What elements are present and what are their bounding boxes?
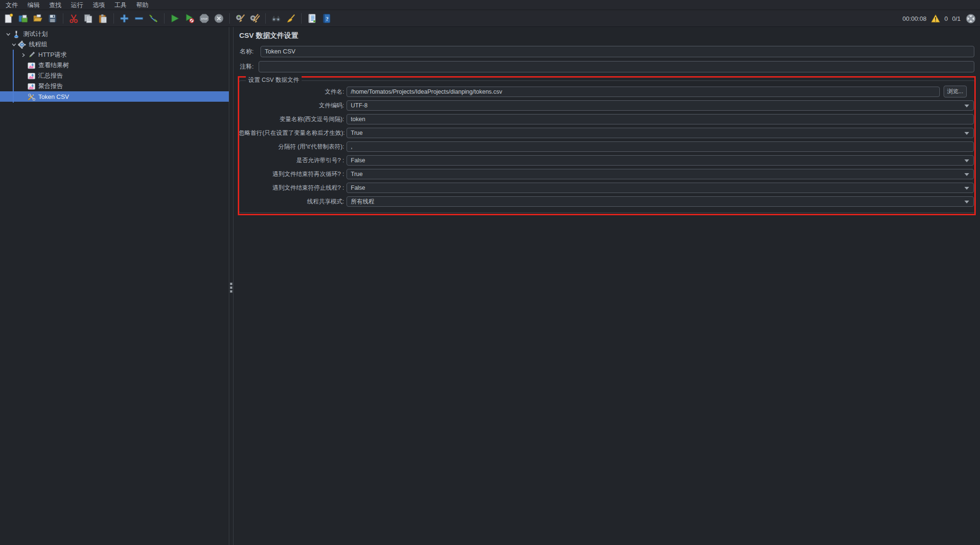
menu-search[interactable]: 查找 <box>44 0 66 10</box>
http-request-icon <box>27 51 35 59</box>
comment-label: 注释: <box>240 61 254 72</box>
chevron-spacer <box>19 82 27 90</box>
listener-icon <box>27 72 35 80</box>
variable-names-input[interactable]: token <box>347 114 974 124</box>
chevron-right-icon[interactable] <box>19 51 27 59</box>
file-encoding-combo[interactable]: UTF-8 <box>347 100 974 111</box>
menu-help[interactable]: 帮助 <box>131 0 153 10</box>
recycle-on-eof-label: 遇到文件结束符再次循环? : <box>239 169 344 179</box>
stop-thread-on-eof-combo[interactable]: False <box>347 183 974 193</box>
stop-icon[interactable]: STOP <box>199 13 210 24</box>
chevron-spacer <box>19 61 27 70</box>
svg-text:?: ? <box>326 16 329 22</box>
toolbar-status: 00:00:08 0 0/1 <box>902 13 976 24</box>
menu-bar: 文件 编辑 查找 运行 选项 工具 帮助 <box>0 0 980 10</box>
collapse-icon[interactable] <box>133 13 145 24</box>
chevron-spacer <box>19 71 27 80</box>
tree-node-test-plan[interactable]: 测试计划 <box>0 29 229 39</box>
menu-run[interactable]: 运行 <box>66 0 88 10</box>
allow-quoted-data-combo[interactable]: False <box>347 155 974 166</box>
name-input[interactable]: Token CSV <box>260 46 974 57</box>
splitter[interactable] <box>229 27 229 545</box>
toggle-icon[interactable] <box>148 13 159 24</box>
chevron-spacer <box>19 92 27 101</box>
test-plan-icon <box>12 30 20 38</box>
csv-config-panel: CSV 数据文件设置 名称: Token CSV 注释: 设置 CSV 数据文件… <box>234 27 980 545</box>
start-no-timers-icon[interactable] <box>184 13 195 24</box>
allow-quoted-data-label: 是否允许带引号? : <box>239 155 344 166</box>
new-file-icon[interactable] <box>3 13 14 24</box>
toolbar-separator <box>63 13 63 24</box>
threads-indicator-icon <box>965 13 976 24</box>
splitter-grip-dot[interactable] <box>230 282 233 285</box>
tree-node-summary-report[interactable]: 汇总报告 <box>0 70 229 81</box>
chevron-down-icon[interactable] <box>4 30 12 38</box>
csv-config-icon <box>27 93 35 101</box>
clear-icon[interactable] <box>234 13 246 24</box>
variable-names-label: 变量名称(西文逗号间隔): <box>239 114 344 124</box>
menu-file[interactable]: 文件 <box>1 0 23 10</box>
help-icon[interactable]: ? <box>321 13 332 24</box>
sharing-mode-combo[interactable]: 所有线程 <box>347 196 974 207</box>
recycle-on-eof-combo[interactable]: True <box>347 169 974 179</box>
stop-thread-on-eof-label: 遇到文件结束符停止线程? : <box>239 183 344 193</box>
clear-all-icon[interactable] <box>249 13 260 24</box>
toolbar: STOP ? 00:00:08 0 <box>0 10 980 27</box>
jmeter-window: 文件 编辑 查找 运行 选项 工具 帮助 <box>0 0 980 545</box>
warning-count: 0 <box>945 15 948 22</box>
splitter-grip-dot[interactable] <box>230 286 233 289</box>
thread-count: 0/1 <box>952 15 961 22</box>
listener-icon <box>27 82 35 90</box>
ignore-first-line-combo[interactable]: True <box>347 128 974 138</box>
tree-node-thread-group[interactable]: 线程组 <box>0 39 229 50</box>
file-encoding-label: 文件编码: <box>239 100 344 111</box>
search-icon[interactable] <box>270 13 282 24</box>
toolbar-separator <box>164 13 165 24</box>
cut-icon[interactable] <box>68 13 79 24</box>
chevron-down-icon[interactable] <box>964 201 969 203</box>
tree-node-view-results-tree[interactable]: 查看结果树 <box>0 60 229 70</box>
chevron-down-icon[interactable] <box>964 159 969 162</box>
splitter-grip-dot[interactable] <box>230 290 233 293</box>
chevron-down-icon[interactable] <box>9 40 18 49</box>
elapsed-timer: 00:00:08 <box>902 15 927 22</box>
comment-input[interactable] <box>259 61 974 72</box>
copy-icon[interactable] <box>83 13 94 24</box>
delimiter-input[interactable]: , <box>347 141 974 152</box>
chevron-down-icon[interactable] <box>964 105 969 107</box>
ignore-first-line-label: 忽略首行(只在设置了变量名称后才生效): <box>239 128 344 138</box>
delimiter-label: 分隔符 (用'\t'代替制表符): <box>239 141 344 152</box>
save-icon[interactable] <box>47 13 58 24</box>
groupbox-legend: 设置 CSV 数据文件 <box>246 76 302 84</box>
start-icon[interactable] <box>169 13 181 24</box>
templates-icon[interactable] <box>17 13 29 24</box>
chevron-down-icon[interactable] <box>964 132 969 135</box>
svg-text:STOP: STOP <box>201 18 208 20</box>
tree-node-aggregate-report[interactable]: 聚合报告 <box>0 81 229 91</box>
paste-icon[interactable] <box>97 13 109 24</box>
filename-input[interactable]: /home/Tomatos/Projects/IdeaProjects/dian… <box>347 87 940 97</box>
toolbar-separator <box>301 13 302 24</box>
search-reset-icon[interactable] <box>285 13 296 24</box>
filename-label: 文件名: <box>239 87 344 97</box>
tree-node-http-request[interactable]: HTTP请求 <box>0 50 229 60</box>
thread-group-icon <box>18 41 26 49</box>
listener-icon <box>27 62 35 70</box>
toolbar-separator <box>229 13 230 24</box>
chevron-down-icon[interactable] <box>964 187 969 190</box>
menu-options[interactable]: 选项 <box>88 0 110 10</box>
warning-icon[interactable] <box>931 14 940 23</box>
tree-node-token-csv[interactable]: Token CSV <box>0 91 229 102</box>
test-plan-tree: 测试计划 线程组 HTTP请求 查看结果树 汇总报告 <box>0 27 229 545</box>
browse-button[interactable]: 浏览... <box>944 86 967 97</box>
page-title: CSV 数据文件设置 <box>239 31 298 40</box>
toolbar-separator <box>265 13 266 24</box>
menu-edit[interactable]: 编辑 <box>23 0 44 10</box>
open-file-icon[interactable] <box>32 13 43 24</box>
chevron-down-icon[interactable] <box>964 173 969 176</box>
expand-icon[interactable] <box>119 13 130 24</box>
function-helper-icon[interactable] <box>306 13 318 24</box>
name-label: 名称: <box>240 46 254 57</box>
menu-tools[interactable]: 工具 <box>110 0 131 10</box>
shutdown-icon[interactable] <box>213 13 225 24</box>
